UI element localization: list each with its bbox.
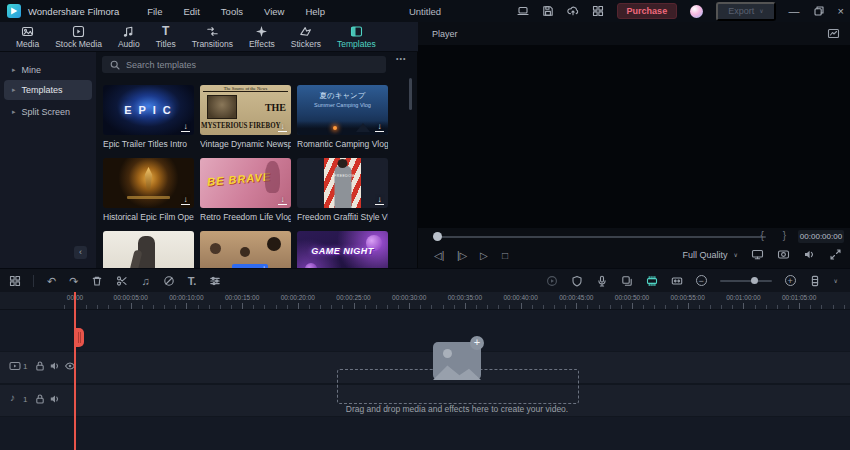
circle-slash-button[interactable] [163, 275, 175, 287]
tab-transitions[interactable]: Transitions [184, 22, 241, 52]
cloud-upload-icon[interactable] [567, 5, 579, 17]
tab-effects[interactable]: Effects [241, 22, 283, 52]
restore-button[interactable] [813, 5, 825, 17]
template-card[interactable]: BE BRAVE ↓ Retro Freedom Life Vlog [200, 158, 291, 224]
tab-titles[interactable]: T Titles [148, 22, 184, 52]
volume-icon[interactable] [803, 248, 816, 261]
mute-track-icon[interactable] [49, 360, 61, 372]
adjust-sliders-button[interactable] [209, 275, 221, 287]
shield-icon[interactable] [571, 275, 583, 287]
sidebar-item-templates[interactable]: ▸ Templates [4, 80, 92, 100]
next-frame-button[interactable]: |▷ [457, 249, 467, 263]
filmstrip-icon[interactable] [646, 275, 658, 287]
download-icon[interactable]: ↓ [278, 123, 287, 132]
download-icon[interactable]: ↓ [181, 196, 190, 205]
snapshot-camera-icon[interactable] [777, 248, 790, 261]
search-input[interactable] [102, 56, 386, 73]
seek-handle[interactable] [433, 232, 442, 241]
delete-button[interactable] [91, 275, 103, 287]
layers-icon[interactable] [621, 275, 633, 287]
text-tool-button[interactable]: T. [188, 275, 197, 287]
fullscreen-icon[interactable] [829, 248, 842, 261]
quality-select[interactable]: Full Quality ∨ [683, 250, 738, 260]
display-settings-icon[interactable] [517, 5, 529, 17]
playhead-handle[interactable] [75, 328, 84, 347]
tab-stock-media[interactable]: Stock Media [47, 22, 110, 52]
minimize-button[interactable]: — [789, 0, 800, 22]
tab-stickers[interactable]: Stickers [283, 22, 329, 52]
thumbnail-figure [138, 236, 155, 268]
template-thumbnail[interactable]: ↓ [103, 231, 194, 268]
template-card[interactable]: FREEDOM ↓ Freedom Graffiti Style Vlog [297, 158, 388, 224]
template-thumbnail[interactable]: 夏のキャンプ Summer Camping Vlog ↓ [297, 85, 388, 135]
sidebar-item-mine[interactable]: ▸ Mine [4, 60, 92, 80]
render-preview-button[interactable] [546, 275, 558, 287]
seek-bar[interactable] [440, 236, 766, 238]
menu-edit[interactable]: Edit [183, 6, 199, 17]
download-icon[interactable]: ↓ [278, 196, 287, 205]
zoom-in-button[interactable]: + [785, 275, 796, 286]
undo-button[interactable]: ↶ [47, 275, 56, 287]
tab-templates[interactable]: Templates [329, 22, 384, 52]
media-view-toggle-icon[interactable] [9, 275, 21, 287]
preview-window-icon[interactable] [827, 27, 840, 40]
redo-button[interactable]: ↷ [69, 275, 78, 287]
user-avatar[interactable] [690, 5, 703, 18]
layout-switch-icon[interactable] [592, 5, 604, 17]
lock-icon[interactable] [34, 393, 46, 405]
menu-view[interactable]: View [264, 6, 284, 17]
menu-help[interactable]: Help [305, 6, 325, 17]
more-options-button[interactable]: ••• [396, 55, 406, 62]
template-card[interactable]: The Source of the News THE MYSTERIOUS FI… [200, 85, 291, 151]
playhead-line[interactable] [74, 292, 76, 450]
template-card[interactable]: ↓ Historical Epic Film Opener [103, 158, 194, 224]
tab-audio[interactable]: Audio [110, 22, 148, 52]
templates-scrollbar[interactable] [409, 78, 412, 110]
play-button[interactable]: ▷ [480, 249, 488, 263]
save-icon[interactable] [542, 5, 554, 17]
menu-tools[interactable]: Tools [221, 6, 243, 17]
timeline-ruler[interactable]: 00:0000:00:05:0000:00:10:0000:00:15:0000… [0, 292, 850, 310]
split-scissors-button[interactable] [116, 275, 128, 287]
fit-timeline-icon[interactable] [671, 275, 683, 287]
download-icon[interactable]: ↓ [181, 123, 190, 132]
export-button[interactable]: Export ∨ [716, 2, 775, 21]
template-card[interactable]: GAME NIGHT ↓ [297, 231, 388, 268]
timeline-ruler-scale[interactable]: 00:0000:00:05:0000:00:10:0000:00:15:0000… [60, 292, 850, 309]
stop-button[interactable]: □ [502, 249, 508, 263]
template-card[interactable]: TIMELINE + ↓ [200, 231, 291, 268]
template-thumbnail[interactable]: The Source of the News THE MYSTERIOUS FI… [200, 85, 291, 135]
zoom-slider-handle[interactable] [751, 277, 758, 284]
beat-note-button[interactable]: ♫ [141, 275, 149, 287]
video-preview-area[interactable] [418, 45, 850, 228]
mirror-display-icon[interactable] [751, 248, 764, 261]
close-button[interactable]: × [838, 0, 844, 22]
mark-in-out-buttons[interactable]: { } [761, 230, 794, 241]
template-thumbnail[interactable]: FREEDOM ↓ [297, 158, 388, 208]
template-thumbnail[interactable]: E P I C ↓ [103, 85, 194, 135]
track-manager-icon[interactable] [809, 275, 821, 287]
template-thumbnail[interactable]: TIMELINE + ↓ [200, 231, 291, 268]
ruler-tick [788, 305, 789, 309]
timeline-zoom-slider[interactable] [720, 280, 772, 282]
collapse-sidebar-button[interactable]: ‹ [74, 246, 87, 259]
track-menu-caret-icon[interactable]: ∨ [834, 277, 838, 284]
purchase-button[interactable]: Purchase [617, 3, 678, 19]
template-card[interactable]: 夏のキャンプ Summer Camping Vlog ↓ Romantic Ca… [297, 85, 388, 151]
template-thumbnail[interactable]: BE BRAVE ↓ [200, 158, 291, 208]
sidebar-item-split-screen[interactable]: ▸ Split Screen [4, 102, 92, 122]
menu-file[interactable]: File [147, 6, 162, 17]
template-thumbnail[interactable]: GAME NIGHT ↓ [297, 231, 388, 268]
template-card[interactable]: E P I C ↓ Epic Trailer Titles Intro [103, 85, 194, 151]
zoom-out-button[interactable]: − [696, 275, 707, 286]
player-panel: Player { } 00:00:00:00 ◁| |▷ ▷ □ Full Qu… [418, 22, 850, 268]
download-icon[interactable]: ↓ [375, 123, 384, 132]
previous-frame-button[interactable]: ◁| [434, 249, 444, 263]
download-icon[interactable]: ↓ [375, 196, 384, 205]
tab-media[interactable]: Media [8, 22, 47, 52]
mute-track-icon[interactable] [49, 393, 61, 405]
lock-icon[interactable] [34, 360, 46, 372]
template-thumbnail[interactable]: ↓ [103, 158, 194, 208]
template-card[interactable]: ↓ [103, 231, 194, 268]
microphone-icon[interactable] [596, 275, 608, 287]
